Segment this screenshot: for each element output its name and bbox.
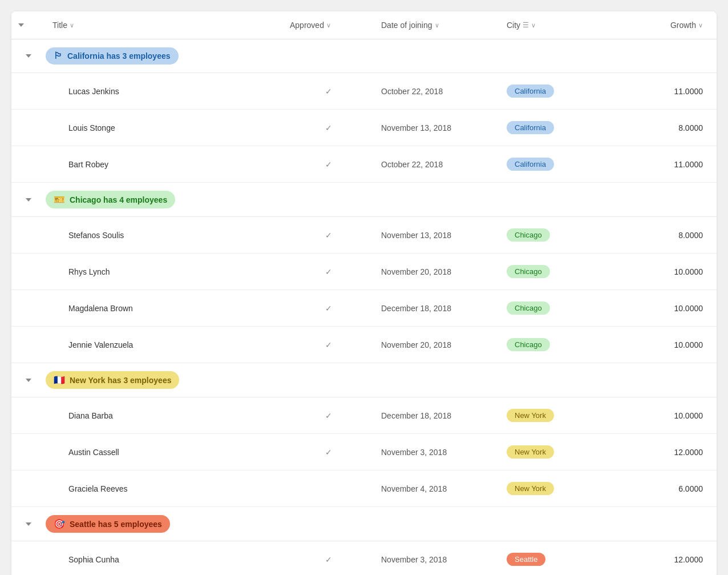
- group-badge-seattle[interactable]: 🎯Seattle has 5 employees: [46, 515, 170, 533]
- header-city[interactable]: City ☰ ∨: [500, 11, 614, 39]
- approved-cell: ✓: [283, 332, 374, 358]
- checkmark-icon: ✓: [325, 267, 332, 276]
- chevron-icon: [26, 522, 31, 526]
- growth-cell: 8.0000: [614, 115, 717, 140]
- chevron-icon: [26, 54, 31, 58]
- employee-table: Title ∨ Approved ∨ Date of joining ∨ Cit…: [11, 11, 717, 575]
- row-expand-cell: [11, 481, 46, 497]
- city-cell: California: [500, 77, 614, 106]
- group-flag-california: 🏳: [54, 51, 63, 61]
- employee-name: Louis Stonge: [46, 115, 283, 140]
- city-badge: New York: [507, 445, 554, 459]
- table-row: Rhys Lynch✓November 20, 2018Chicago10.00…: [11, 254, 717, 290]
- approved-cell: ✓: [283, 78, 374, 104]
- checkmark-icon: ✓: [325, 340, 332, 349]
- group-label-california: California has 3 employees: [67, 51, 171, 61]
- employee-name: Stefanos Soulis: [46, 223, 283, 248]
- city-cell: Chicago: [500, 293, 614, 323]
- row-expand-cell: [11, 120, 46, 136]
- group-toggle-new-york[interactable]: [11, 379, 46, 382]
- table-row: Magdalena Brown✓December 18, 2018Chicago…: [11, 290, 717, 327]
- table-row: Graciela ReevesNovember 4, 2018New York6…: [11, 471, 717, 507]
- approved-cell: ✓: [283, 439, 374, 465]
- city-badge: Chicago: [507, 338, 550, 351]
- date-cell: November 20, 2018: [374, 332, 500, 357]
- group-label-new-york: New York has 3 employees: [70, 376, 171, 385]
- group-flag-seattle: 🎯: [54, 518, 65, 529]
- header-growth-label: Growth: [670, 21, 696, 30]
- table-row: Lucas Jenkins✓October 22, 2018California…: [11, 73, 717, 110]
- header-city-label: City: [507, 21, 520, 30]
- header-date-label: Date of joining: [381, 21, 432, 30]
- growth-cell: 6.0000: [614, 476, 717, 501]
- group-badge-new-york[interactable]: 🇫🇷New York has 3 employees: [46, 371, 179, 389]
- city-badge: California: [507, 158, 554, 171]
- title-sort-icon: ∨: [70, 22, 74, 29]
- date-cell: November 4, 2018: [374, 476, 500, 501]
- expand-all-icon: [18, 23, 24, 27]
- group-row-seattle: 🎯Seattle has 5 employees: [11, 507, 717, 541]
- date-cell: October 22, 2018: [374, 152, 500, 177]
- group-toggle-chicago[interactable]: [11, 198, 46, 202]
- checkmark-icon: ✓: [325, 448, 332, 457]
- date-cell: December 18, 2018: [374, 296, 500, 321]
- header-expand[interactable]: [11, 11, 46, 39]
- group-row-chicago: 🎫Chicago has 4 employees: [11, 183, 717, 217]
- row-expand-cell: [11, 227, 46, 243]
- city-cell: California: [500, 113, 614, 142]
- table-row: Jennie Valenzuela✓November 20, 2018Chica…: [11, 327, 717, 363]
- city-cell: California: [500, 150, 614, 179]
- growth-cell: 12.0000: [614, 440, 717, 465]
- group-toggle-seattle[interactable]: [11, 522, 46, 526]
- row-expand-cell: [11, 444, 46, 460]
- header-date[interactable]: Date of joining ∨: [374, 11, 500, 39]
- approved-cell: ✓: [283, 115, 374, 141]
- group-row-new-york: 🇫🇷New York has 3 employees: [11, 363, 717, 397]
- approved-cell: ✓: [283, 151, 374, 178]
- group-badge-cell-seattle: 🎯Seattle has 5 employees: [46, 515, 717, 533]
- checkmark-icon: ✓: [325, 87, 332, 96]
- header-growth[interactable]: Growth ∨: [614, 11, 717, 39]
- date-cell: November 13, 2018: [374, 223, 500, 248]
- city-badge: New York: [507, 482, 554, 495]
- city-cell: New York: [500, 474, 614, 503]
- employee-name: Austin Cassell: [46, 440, 283, 465]
- city-badge: California: [507, 121, 554, 134]
- table-header: Title ∨ Approved ∨ Date of joining ∨ Cit…: [11, 11, 717, 39]
- header-approved[interactable]: Approved ∨: [283, 11, 374, 39]
- header-title[interactable]: Title ∨: [46, 11, 283, 39]
- city-badge: Chicago: [507, 301, 550, 315]
- date-cell: November 13, 2018: [374, 115, 500, 140]
- growth-cell: 10.0000: [614, 332, 717, 357]
- city-badge: Seattle: [507, 553, 545, 566]
- approved-cell: ✓: [283, 295, 374, 321]
- group-badge-california[interactable]: 🏳California has 3 employees: [46, 47, 179, 65]
- checkmark-icon: ✓: [325, 555, 332, 564]
- checkmark-icon: ✓: [325, 411, 332, 420]
- date-cell: November 3, 2018: [374, 547, 500, 572]
- city-cell: Chicago: [500, 220, 614, 250]
- city-sort-icon: ∨: [531, 22, 536, 29]
- chevron-icon: [26, 198, 31, 202]
- employee-name: Lucas Jenkins: [46, 79, 283, 104]
- group-badge-chicago[interactable]: 🎫Chicago has 4 employees: [46, 191, 175, 208]
- row-expand-cell: [11, 408, 46, 424]
- approved-cell: ✓: [283, 546, 374, 573]
- approved-cell: ✓: [283, 259, 374, 285]
- city-cell: Chicago: [500, 257, 614, 286]
- city-cell: New York: [500, 437, 614, 467]
- date-cell: December 18, 2018: [374, 403, 500, 428]
- employee-name: Graciela Reeves: [46, 476, 283, 501]
- row-expand-cell: [11, 337, 46, 353]
- employee-name: Rhys Lynch: [46, 259, 283, 284]
- employee-name: Bart Robey: [46, 152, 283, 177]
- checkmark-icon: ✓: [325, 160, 332, 169]
- group-toggle-california[interactable]: [11, 54, 46, 58]
- checkmark-icon: ✓: [325, 231, 332, 240]
- approved-cell: ✓: [283, 403, 374, 429]
- date-cell: November 3, 2018: [374, 440, 500, 465]
- city-badge: Chicago: [507, 228, 550, 242]
- chevron-icon: [26, 379, 31, 382]
- row-expand-cell: [11, 300, 46, 316]
- growth-cell: 11.0000: [614, 79, 717, 104]
